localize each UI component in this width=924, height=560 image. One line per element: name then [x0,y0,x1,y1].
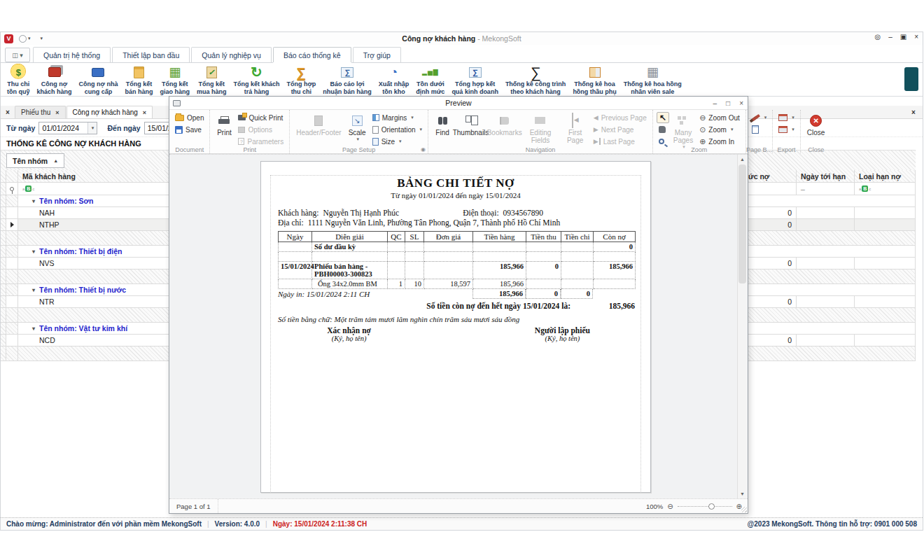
filter-pin-icon[interactable] [6,183,18,195]
last-page-button[interactable]: ▶Last Page [592,136,649,147]
open-button[interactable]: Open [173,112,206,123]
ribbon-overflow-button[interactable] [904,67,918,91]
ribbon-item-4[interactable]: ▦Tổng kếtgiao hàng [156,63,193,96]
preview-minimize-button[interactable]: – [713,99,718,107]
hand-tool-button[interactable] [657,124,669,135]
cell-loai-han-no[interactable] [855,335,916,346]
cell-loai-han-no[interactable] [855,219,916,231]
ribbon-item-0[interactable]: $Thu chitồn quỹ [4,63,34,96]
options-button[interactable]: Options [236,124,286,135]
tabstrip-close-right-icon[interactable]: × [907,106,920,118]
ribbon-item-7[interactable]: ∑Tổng hợpthu chi [283,63,319,96]
watermark-button[interactable] [750,124,769,135]
resize-grip[interactable] [741,507,747,512]
zoom-slider-thumb[interactable] [708,503,715,510]
ribbon-item-3[interactable]: Tổng kếtbán hàng [121,63,156,96]
from-date-input[interactable]: 01/01/2024 ▾ [38,122,97,134]
preview-maximize-button[interactable]: □ [726,99,730,107]
orientation-button[interactable]: Orientation▾ [370,124,424,135]
pointer-tool-button[interactable]: ↖ [657,112,669,123]
zoom-minus-icon[interactable]: ⊖ [667,503,673,510]
first-page-button[interactable]: ◀First Page [561,112,590,145]
cell-ngay-toi-han[interactable] [797,258,855,270]
document-tab-0[interactable]: Phiếu thu× [15,106,66,118]
print-button[interactable]: Print [214,112,234,137]
send-document-button[interactable]: ▾ [776,124,797,135]
cell-ngay-toi-han[interactable] [797,296,855,308]
pin-window-icon[interactable]: ◎ [874,33,881,41]
filter-cell-ngay-toi-han[interactable]: – [797,183,855,195]
cell-ngay-toi-han[interactable] [797,219,855,231]
magnifier-tool-button[interactable] [657,136,669,147]
ribbon-item-8[interactable]: ∑Báo cáo lợinhuận bán hàng [319,63,375,96]
ribbon-item-14[interactable]: ▦Thống kê hoa hồngnhân viên sale [620,63,685,96]
scale-button[interactable]: ↘Scale▾ [346,112,369,143]
tab-close-icon[interactable]: × [143,109,146,116]
ribbon-item-label: Công nợkhách hàng [37,80,72,95]
save-button[interactable]: Save [173,124,206,135]
ribbon-item-10[interactable]: ▂▅▇Tồn dướiđịnh mức [412,63,448,96]
scroll-up-icon[interactable]: ▲ [738,155,747,164]
collapse-icon[interactable]: ▾ [32,287,35,293]
app-menu-button[interactable]: ◫ ▾ [5,48,30,62]
thumbnails-button[interactable]: Thumbnails [454,112,487,137]
cell-ngay-toi-han[interactable] [797,207,855,219]
ribbon-tab-4[interactable]: Trợ giúp [353,47,401,62]
column-header-ngay-toi-han[interactable]: Ngày tới hạn [797,170,855,183]
zoom-out-button[interactable]: ⊖Zoom Out [697,112,742,123]
maximize-button[interactable]: ▣ [900,33,906,41]
bookmarks-button[interactable]: Bookmarks [489,112,521,137]
collapse-icon[interactable]: ▾ [32,248,35,255]
filter-cell-loai-han-no[interactable]: aBc [855,183,916,195]
dialog-launcher-icon[interactable]: ◉ [421,146,426,153]
ribbon-item-12[interactable]: ∑Thống kê công trìnhtheo khách hàng [502,63,570,96]
scroll-down-icon[interactable]: ▼ [738,489,747,498]
minimize-button[interactable]: – [888,33,892,41]
collapse-icon[interactable]: ▾ [32,326,35,332]
ribbon-item-11[interactable]: ∑Tổng hợp kếtquả kinh doanh [448,63,502,96]
page-color-button[interactable]: ▾ [750,112,769,123]
parameters-button[interactable]: ?Parameters [236,136,286,147]
row-indicator-cell [6,219,18,231]
column-header-loai-han-no[interactable]: Loại hạn nợ [855,170,916,183]
ribbon-tab-2[interactable]: Quản lý nghiệp vụ [191,47,272,62]
close-button[interactable]: × [914,33,918,41]
preview-close-button[interactable]: × [739,99,743,107]
zoom-in-button[interactable]: ⊕Zoom In [697,136,742,147]
ribbon-item-2[interactable]: Công nợ nhàcung cấp [76,63,122,96]
quick-print-button[interactable]: Quick Print [236,112,286,123]
many-pages-button[interactable]: Many Pages▾ [671,112,696,150]
cell-loai-han-no[interactable] [855,258,916,270]
group-chip-ten-nhom[interactable]: Tên nhóm ▲ [6,153,64,168]
ribbon-tab-3[interactable]: Báo cáo thống kê [273,47,351,62]
from-date-dropdown-icon[interactable]: ▾ [88,122,97,134]
ribbon-item-13[interactable]: Thống kê hoahồng thầu phụ [569,63,620,96]
ribbon-tab-0[interactable]: Quản trị hệ thống [33,47,111,62]
find-button[interactable]: Find [432,112,453,137]
ribbon-tab-1[interactable]: Thiết lập ban đầu [112,47,190,62]
preview-vertical-scrollbar[interactable]: ▲ ▼ [737,155,747,498]
export-document-button[interactable]: ▾ [776,112,797,123]
previous-page-button[interactable]: ◀Previous Page [592,112,649,123]
editing-fields-button[interactable]: Editing Fields [522,112,559,145]
tab-close-icon[interactable]: × [55,109,59,116]
ribbon-item-6[interactable]: ↻Tổng kết kháchtrả hàng [230,63,283,96]
next-page-button[interactable]: ▶Next Page [592,124,649,135]
close-preview-button[interactable]: ✕Close [804,112,828,137]
size-button[interactable]: Size▾ [370,136,424,147]
cell-ngay-toi-han[interactable] [797,335,855,346]
ribbon-item-9[interactable]: ◔Xuất nhậptồn kho [375,63,413,96]
zoom-slider[interactable] [678,506,732,507]
tabstrip-close-icon[interactable]: × [1,106,15,118]
cell-loai-han-no[interactable] [855,296,916,308]
ribbon-item-5[interactable]: ✓Tổng kếtmua hàng [193,63,230,96]
margins-button[interactable]: Margins▾ [370,112,424,123]
cell-loai-han-no[interactable] [855,207,916,219]
zoom-button[interactable]: ⊙Zoom▾ [697,124,742,135]
collapse-icon[interactable]: ▾ [32,198,35,204]
scroll-thumb[interactable] [738,164,746,284]
ribbon-item-1[interactable]: Công nợkhách hàng [34,63,76,96]
document-tab-1[interactable]: Công nợ khách hàng× [66,106,153,118]
header-footer-button[interactable]: Header/Footer [293,112,344,137]
row-indicator-cell [6,296,18,308]
